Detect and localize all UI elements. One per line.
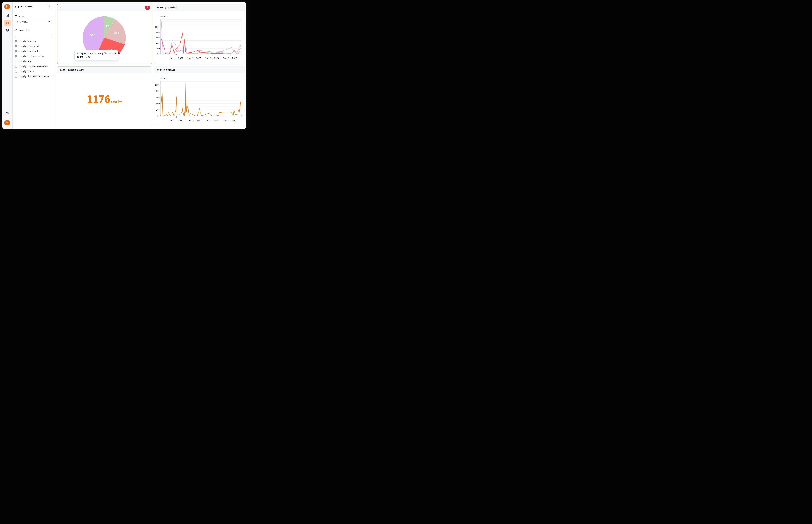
rail-divider bbox=[2, 117, 12, 118]
nav-rail bbox=[2, 2, 13, 129]
monthly-line-chart[interactable]: 020406080100Jan 1, 2022Jan 1, 2023Jan 1,… bbox=[154, 11, 245, 64]
svg-text:0: 0 bbox=[157, 115, 159, 117]
tooltip-series-value: corgly/infrastructure bbox=[96, 52, 123, 54]
svg-text:20: 20 bbox=[156, 47, 159, 50]
repo-option-label: corgly/infrastructure bbox=[19, 55, 45, 58]
tooltip-count-key: count: bbox=[77, 56, 85, 58]
repo-option-label: corgly/app bbox=[19, 60, 31, 63]
repo-option-row: corgly/infrastructure bbox=[15, 54, 52, 59]
list-icon bbox=[15, 29, 18, 32]
monthly-commits-panel[interactable]: Monthly commits 020406080100Jan 1, 2022J… bbox=[154, 4, 245, 64]
bar-chart-icon bbox=[6, 14, 9, 18]
repo-option-row: corgly/frontend bbox=[15, 49, 52, 54]
chevron-down-icon bbox=[48, 21, 50, 23]
repo-option-row: corgly/dd-service-checks bbox=[15, 74, 52, 79]
repo-option-label: corgly/chrome-extension bbox=[19, 65, 48, 67]
svg-text:40: 40 bbox=[156, 42, 159, 44]
x-axis-tick-label: Jan 1, 2022 bbox=[169, 57, 183, 60]
weekly-line-chart[interactable]: 020406080100Jan 1, 2022Jan 1, 2023Jan 1,… bbox=[154, 73, 245, 126]
x-axis-tick-label: Jan 1, 2023 bbox=[187, 57, 201, 60]
repo-option-label: corgly/frontend bbox=[19, 50, 38, 52]
svg-text:60: 60 bbox=[156, 96, 159, 99]
nav-dashboard-button[interactable] bbox=[4, 20, 11, 26]
repo-option-label: corgly/dd-service-checks bbox=[19, 75, 49, 78]
grid-icon bbox=[6, 21, 9, 25]
nav-database-button[interactable] bbox=[4, 27, 11, 33]
delete-widget-button[interactable] bbox=[145, 6, 150, 10]
total-commit-panel[interactable]: Total commit count 1176 commits bbox=[57, 66, 152, 126]
total-panel-title: Total commit count bbox=[60, 69, 84, 71]
nav-users-button[interactable] bbox=[4, 110, 11, 116]
sign-out-button[interactable] bbox=[4, 120, 10, 125]
repo-option-label: corgly/churn bbox=[19, 70, 34, 72]
svg-text:0: 0 bbox=[157, 53, 159, 55]
corner-down-right-arrow-icon bbox=[6, 121, 9, 125]
drag-handle-icon[interactable] bbox=[60, 6, 61, 10]
app-window: {✳} variables time All time bbox=[2, 2, 246, 129]
repo-checkbox[interactable] bbox=[15, 45, 17, 47]
database-icon bbox=[6, 29, 9, 32]
tooltip-series-key: repository: bbox=[80, 52, 94, 54]
panel-expand-right-icon bbox=[6, 5, 9, 9]
svg-text:80: 80 bbox=[156, 31, 159, 34]
x-axis-tick-label: Jan 1, 2022 bbox=[169, 119, 183, 121]
tooltip-series-dot bbox=[77, 53, 78, 54]
repo-option-row: corgly/app bbox=[15, 59, 52, 64]
dashboard-canvas: 97253323503 Monthly commits 020406080100… bbox=[55, 2, 246, 129]
repo-checkbox[interactable] bbox=[15, 70, 17, 72]
pie-slice-label: 97 bbox=[105, 25, 109, 28]
repo-checkbox[interactable] bbox=[15, 65, 17, 67]
svg-text:80: 80 bbox=[156, 90, 159, 92]
total-panel-header: Total commit count bbox=[57, 67, 152, 73]
svg-text:100: 100 bbox=[155, 84, 159, 86]
trash-icon bbox=[146, 6, 149, 9]
svg-text:60: 60 bbox=[156, 36, 159, 39]
y-axis-title: count bbox=[160, 15, 167, 17]
repo-filter-input[interactable] bbox=[15, 34, 52, 38]
repo-checkbox[interactable] bbox=[15, 75, 17, 78]
pie-panel-header bbox=[58, 4, 152, 11]
weekly-commits-panel[interactable]: Weekly commits 020406080100Jan 1, 2022Ja… bbox=[154, 66, 245, 126]
panel-collapse-left-icon bbox=[48, 5, 51, 8]
svg-text:100: 100 bbox=[155, 26, 159, 28]
weekly-panel-title: Weekly commits bbox=[157, 68, 175, 71]
variables-panel-header: {✳} variables bbox=[13, 2, 55, 11]
repo-checkbox[interactable] bbox=[15, 55, 17, 58]
y-axis-title: count bbox=[160, 77, 167, 79]
repo-selected-count: (4) bbox=[26, 29, 30, 32]
weekly-panel-header: Weekly commits bbox=[154, 66, 245, 73]
line-series-purple bbox=[160, 21, 241, 54]
chart-tooltip: repository: corgly/infrastructure count:… bbox=[75, 50, 118, 60]
svg-text:40: 40 bbox=[156, 102, 159, 105]
time-select[interactable]: All time bbox=[15, 20, 52, 24]
x-axis-tick-label: Jan 1, 2024 bbox=[205, 57, 219, 60]
repo-checkbox[interactable] bbox=[15, 40, 17, 43]
x-axis-tick-label: Jan 1, 2023 bbox=[187, 119, 201, 121]
nav-charts-button[interactable] bbox=[4, 13, 11, 19]
time-select-value: All time bbox=[17, 21, 28, 23]
line-series-green bbox=[183, 41, 241, 54]
monthly-chart-body: 020406080100Jan 1, 2022Jan 1, 2023Jan 1,… bbox=[154, 11, 245, 64]
time-section-label: time bbox=[15, 15, 52, 18]
pie-slice-label: 253 bbox=[114, 31, 119, 35]
repo-checkbox[interactable] bbox=[15, 50, 17, 52]
calendar-icon bbox=[15, 15, 18, 18]
variables-panel: {✳} variables time All time bbox=[13, 2, 55, 129]
monthly-panel-header: Monthly commits bbox=[154, 4, 245, 11]
pie-slice-label: 503 bbox=[90, 34, 95, 37]
expand-panel-button[interactable] bbox=[4, 4, 10, 9]
repo-option-row: corgly/corgly-ui bbox=[15, 44, 52, 49]
total-commit-body: 1176 commits bbox=[57, 73, 152, 126]
line-series-orange bbox=[160, 82, 242, 116]
repo-option-row: corgly/backend bbox=[15, 39, 52, 44]
screenshot-frame: {✳} variables time All time bbox=[0, 0, 251, 131]
svg-text:20: 20 bbox=[156, 109, 159, 111]
variables-title: {✳} variables bbox=[15, 5, 33, 8]
repo-checkbox[interactable] bbox=[15, 60, 17, 63]
repo-checkbox-list: corgly/backendcorgly/corgly-uicorgly/fro… bbox=[15, 39, 52, 79]
total-commit-unit: commits bbox=[111, 100, 123, 103]
repo-option-row: corgly/churn bbox=[15, 69, 52, 74]
weekly-chart-body: 020406080100Jan 1, 2022Jan 1, 2023Jan 1,… bbox=[154, 73, 245, 126]
repo-option-row: corgly/chrome-extension bbox=[15, 64, 52, 69]
collapse-panel-button[interactable] bbox=[47, 4, 52, 9]
